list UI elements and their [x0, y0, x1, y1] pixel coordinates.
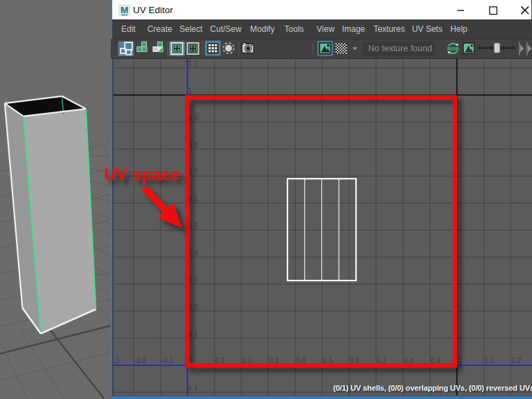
svg-text:0.9: 0.9 [188, 114, 198, 122]
svg-text:0.7: 0.7 [377, 357, 387, 364]
svg-text:0.7: 0.7 [188, 168, 198, 176]
svg-text:0.3: 0.3 [188, 276, 198, 284]
svg-text:0.2: 0.2 [188, 303, 198, 311]
svg-text:0.2: 0.2 [242, 357, 251, 364]
svg-text:0: 0 [188, 357, 193, 364]
svg-text:0.6: 0.6 [188, 195, 198, 203]
svg-text:0.4: 0.4 [296, 357, 305, 364]
svg-text:1: 1 [188, 87, 193, 95]
svg-text:1: 1 [458, 357, 462, 364]
svg-text:0.8: 0.8 [404, 357, 414, 364]
svg-text:-0.2: -0.2 [134, 357, 147, 364]
svg-text:0.1: 0.1 [215, 357, 225, 364]
svg-text:1.2: 1.2 [511, 357, 521, 364]
svg-text:RGB: RGB [447, 46, 459, 52]
svg-text:0.5: 0.5 [323, 357, 332, 364]
svg-text:1.1: 1.1 [485, 357, 495, 364]
svg-text:-0.3: -0.3 [114, 357, 120, 364]
svg-text:0.3: 0.3 [269, 357, 278, 364]
svg-text:No texture found: No texture found [369, 44, 432, 53]
svg-text:-0.1: -0.1 [186, 384, 198, 392]
svg-text:0.8: 0.8 [188, 141, 198, 149]
svg-text:0.5: 0.5 [188, 222, 198, 230]
svg-text:0.1: 0.1 [188, 330, 198, 338]
svg-text:-0.1: -0.1 [161, 357, 174, 364]
svg-text:1.1: 1.1 [188, 60, 198, 68]
svg-text:0.9: 0.9 [431, 357, 441, 364]
svg-text:0.4: 0.4 [188, 249, 198, 257]
svg-text:0.6: 0.6 [350, 357, 360, 364]
svg-text:(0/1) UV shells, (0/0) overlap: (0/1) UV shells, (0/0) overlapping UVs, … [333, 384, 532, 392]
